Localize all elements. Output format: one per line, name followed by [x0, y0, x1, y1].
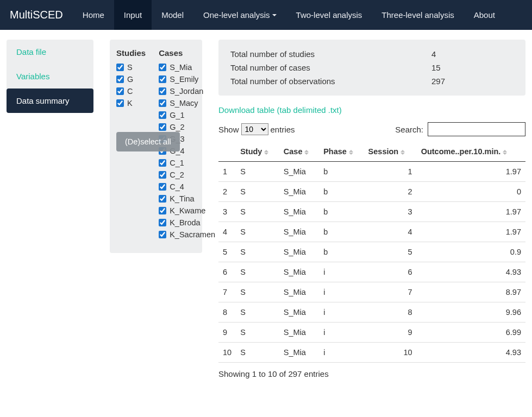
nav-item-one-level-analysis[interactable]: One-level analysis: [193, 0, 286, 30]
case-checkbox-input-S_Macy[interactable]: [159, 99, 166, 107]
cell: b: [319, 182, 364, 202]
case-checkbox-input-G_2[interactable]: [159, 123, 166, 131]
nav-item-two-level-analysis[interactable]: Two-level analysis: [286, 0, 372, 30]
case-checkbox-K_Broda[interactable]: K_Broda: [159, 218, 215, 227]
cell: i: [319, 302, 364, 323]
summary-value: 15: [431, 63, 441, 72]
column-header-study[interactable]: Study: [236, 142, 279, 162]
case-checkbox-input-C_4[interactable]: [159, 183, 166, 191]
case-checkbox-input-G_1[interactable]: [159, 111, 166, 119]
cell: 10: [364, 343, 417, 363]
summary-label: Total number of observations: [230, 77, 431, 86]
case-label: S_Macy: [170, 99, 198, 108]
cell: 9: [218, 323, 236, 343]
cell: S_Mia: [279, 262, 319, 282]
case-checkbox-input-C_1[interactable]: [159, 159, 166, 167]
case-checkbox-S_Macy[interactable]: S_Macy: [159, 99, 215, 108]
study-checkbox-C[interactable]: C: [116, 87, 146, 96]
column-label: Phase: [323, 147, 347, 156]
column-label: Case: [284, 147, 303, 156]
case-checkbox-S_Mia[interactable]: S_Mia: [159, 63, 215, 72]
cell: 9.96: [417, 302, 525, 323]
show-label-2: entries: [271, 125, 295, 134]
case-checkbox-S_Jordan[interactable]: S_Jordan: [159, 87, 215, 96]
table-row: 8SS_Miai89.96: [218, 302, 525, 323]
sidebar-tab-variables[interactable]: Variables: [7, 64, 93, 89]
case-label: C_4: [170, 182, 184, 191]
study-checkbox-input-C[interactable]: [116, 87, 124, 95]
cell: b: [319, 222, 364, 242]
case-checkbox-input-S_Mia[interactable]: [159, 64, 166, 71]
table-row: 1SS_Miab11.97: [218, 162, 525, 182]
cell: i: [319, 323, 364, 343]
nav-item-input[interactable]: Input: [114, 0, 152, 30]
case-checkbox-input-K_Broda[interactable]: [159, 219, 166, 226]
nav-item-model[interactable]: Model: [152, 0, 193, 30]
data-table: StudyCasePhaseSessionOutcome..per.10.min…: [218, 142, 525, 363]
cell: S_Mia: [279, 182, 319, 202]
case-checkbox-K_Tina[interactable]: K_Tina: [159, 194, 215, 203]
cell: S_Mia: [279, 282, 319, 302]
study-checkbox-G[interactable]: G: [116, 75, 146, 84]
nav-item-three-level-analysis[interactable]: Three-level analysis: [372, 0, 464, 30]
case-checkbox-S_Emily[interactable]: S_Emily: [159, 75, 215, 84]
cell: i: [319, 262, 364, 282]
column-header-phase[interactable]: Phase: [319, 142, 364, 162]
cell: S: [236, 323, 279, 343]
column-header-case[interactable]: Case: [279, 142, 319, 162]
table-info: Showing 1 to 10 of 297 entries: [218, 369, 525, 378]
cell: 2: [364, 182, 417, 202]
cell: 1.97: [417, 162, 525, 182]
download-link[interactable]: Download table (tab delimited .txt): [218, 105, 342, 115]
sidebar-tab-data-file[interactable]: Data file: [7, 40, 93, 64]
cell: 0: [417, 182, 525, 202]
cell: S_Mia: [279, 323, 319, 343]
study-label: C: [127, 87, 133, 96]
column-header-session[interactable]: Session: [364, 142, 417, 162]
case-checkbox-K_Kwame[interactable]: K_Kwame: [159, 206, 215, 215]
studies-header: Studies: [116, 48, 146, 58]
cell: 6: [364, 262, 417, 282]
main-area: Total number of studies4Total number of …: [218, 40, 525, 378]
sidebar-tab-data-summary[interactable]: Data summary: [7, 89, 93, 113]
study-label: S: [127, 63, 133, 72]
nav-item-home[interactable]: Home: [73, 0, 114, 30]
navbar: MultiSCED HomeInputModelOne-level analys…: [0, 0, 532, 30]
search-input[interactable]: [428, 122, 525, 136]
study-checkbox-input-S[interactable]: [116, 64, 124, 71]
case-checkbox-K_Sacramen[interactable]: K_Sacramen: [159, 230, 215, 239]
case-label: K_Sacramen: [170, 230, 215, 239]
filter-panel: Studies SGCK Cases S_MiaS_EmilyS_JordanS…: [110, 40, 202, 253]
case-checkbox-input-K_Tina[interactable]: [159, 195, 166, 203]
study-checkbox-input-G[interactable]: [116, 75, 124, 83]
case-checkbox-input-S_Jordan[interactable]: [159, 87, 166, 95]
case-checkbox-G_2[interactable]: G_2: [159, 123, 215, 131]
case-checkbox-input-S_Emily[interactable]: [159, 75, 166, 83]
show-label-1: Show: [218, 125, 239, 134]
case-checkbox-input-K_Kwame[interactable]: [159, 207, 166, 214]
study-checkbox-input-K[interactable]: [116, 99, 124, 107]
study-checkbox-K[interactable]: K: [116, 99, 146, 108]
case-checkbox-G_1[interactable]: G_1: [159, 111, 215, 119]
case-checkbox-input-K_Sacramen[interactable]: [159, 231, 166, 238]
nav-item-about[interactable]: About: [464, 0, 505, 30]
deselect-all-button[interactable]: (De)select all: [116, 132, 180, 151]
cell: 1.97: [417, 222, 525, 242]
table-row: 3SS_Miab31.97: [218, 202, 525, 222]
cell: 2: [218, 182, 236, 202]
case-checkbox-C_2[interactable]: C_2: [159, 170, 215, 179]
cell: 7: [364, 282, 417, 302]
brand: MultiSCED: [0, 0, 73, 30]
case-checkbox-input-C_2[interactable]: [159, 171, 166, 179]
summary-row: Total number of cases15: [230, 63, 514, 72]
entries-select[interactable]: 102550100: [241, 123, 268, 135]
cell: 6.99: [417, 323, 525, 343]
cell: 4: [218, 222, 236, 242]
study-checkbox-S[interactable]: S: [116, 63, 146, 72]
cell: S_Mia: [279, 222, 319, 242]
search-label: Search:: [395, 125, 423, 134]
table-row: 4SS_Miab41.97: [218, 222, 525, 242]
case-checkbox-C_4[interactable]: C_4: [159, 182, 215, 191]
column-header-outcome-per-10-min-[interactable]: Outcome..per.10.min.: [417, 142, 525, 162]
case-checkbox-C_1[interactable]: C_1: [159, 159, 215, 167]
